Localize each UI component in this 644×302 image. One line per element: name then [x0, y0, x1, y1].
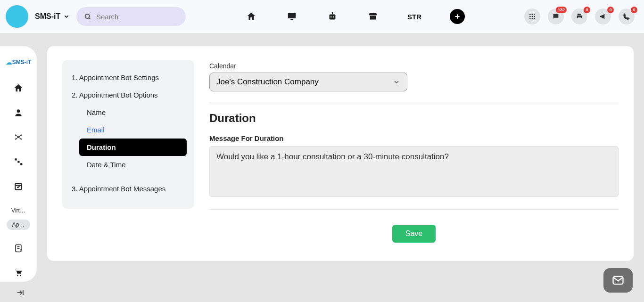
option-email[interactable]: Email [62, 121, 194, 139]
megaphone-icon [599, 13, 607, 20]
grid-icon [528, 13, 536, 20]
expand-sidebar-icon[interactable] [16, 288, 25, 299]
main-card: 1. Appointment Bot Settings 2. Appointme… [47, 46, 634, 261]
option-name[interactable]: Name [62, 104, 194, 121]
print-icon [576, 13, 583, 20]
svg-line-1 [89, 18, 91, 19]
svg-line-31 [16, 137, 18, 139]
mail-icon [611, 274, 625, 287]
svg-rect-33 [15, 158, 17, 160]
avatar[interactable] [6, 5, 28, 28]
svg-rect-35 [20, 163, 22, 165]
left-sidebar: ☁SMS-iT Virt… Ap… [0, 46, 37, 282]
robot-icon[interactable] [326, 10, 339, 23]
search-input[interactable] [96, 13, 178, 21]
chevron-down-icon [393, 78, 400, 86]
chat-button[interactable]: 132 [548, 8, 564, 24]
phone-button[interactable]: 0 [619, 8, 635, 24]
svg-point-13 [534, 14, 535, 15]
step-3-messages[interactable]: 3. Appointment Bot Messages [62, 180, 194, 197]
svg-rect-2 [288, 13, 296, 18]
settings-sidepanel: 1. Appointment Bot Settings 2. Appointme… [62, 60, 194, 209]
save-row: Save [209, 218, 619, 243]
svg-point-17 [529, 18, 531, 19]
nav-calendar-icon[interactable] [11, 179, 25, 193]
svg-point-12 [532, 14, 533, 15]
calendar-select[interactable]: Joe's Construction Company [209, 73, 407, 91]
home-icon[interactable] [245, 10, 257, 23]
logo: ☁SMS-iT [4, 54, 33, 71]
nav-tab-apps[interactable]: Ap… [7, 220, 30, 230]
svg-point-14 [529, 16, 531, 17]
nav-home-icon[interactable] [11, 81, 25, 95]
option-datetime[interactable]: Date & Time [62, 156, 194, 173]
calendar-value: Joe's Construction Company [216, 77, 319, 87]
content-area: Calendar Joe's Construction Company Dura… [209, 60, 619, 247]
nav-network-icon[interactable] [11, 130, 25, 144]
add-button[interactable] [450, 9, 465, 24]
support-chat-button[interactable] [603, 268, 633, 293]
svg-rect-20 [578, 14, 581, 15]
store-icon[interactable] [367, 10, 379, 23]
topbar-center: STR [192, 9, 518, 24]
nav-tab-virt[interactable]: Virt… [7, 205, 30, 216]
svg-rect-22 [578, 17, 581, 19]
svg-line-30 [18, 135, 21, 137]
search-box[interactable] [76, 7, 186, 26]
chat-icon [552, 13, 560, 20]
brand-name: SMS-iT [35, 12, 60, 21]
print-button[interactable]: 0 [571, 8, 587, 24]
svg-line-32 [18, 137, 21, 139]
calendar-label: Calendar [209, 62, 619, 70]
desktop-icon[interactable] [286, 10, 298, 23]
svg-point-8 [332, 12, 333, 13]
announce-button[interactable]: 0 [595, 8, 611, 24]
svg-point-0 [85, 14, 90, 18]
section-title: Duration [209, 112, 619, 125]
topbar: SMS-iT STR 132 0 [0, 0, 644, 33]
svg-rect-34 [17, 161, 19, 163]
svg-point-6 [333, 16, 334, 18]
search-icon [84, 12, 91, 21]
svg-rect-3 [290, 19, 293, 20]
announce-badge: 0 [607, 7, 614, 13]
svg-rect-4 [330, 14, 336, 19]
step-1-settings[interactable]: 1. Appointment Bot Settings [62, 69, 194, 86]
svg-point-23 [17, 109, 20, 113]
svg-point-19 [534, 18, 535, 19]
nav-notes-icon[interactable] [11, 241, 25, 255]
divider-2 [209, 209, 619, 210]
divider [209, 103, 619, 103]
message-textarea[interactable] [209, 146, 619, 197]
print-badge: 0 [584, 7, 590, 13]
nav-user-icon[interactable] [11, 106, 25, 120]
phone-badge: 0 [631, 7, 637, 13]
svg-point-18 [532, 18, 533, 19]
nav-cart-icon[interactable] [11, 266, 25, 280]
option-duration[interactable]: Duration [79, 139, 187, 156]
svg-rect-36 [15, 183, 21, 189]
str-button[interactable]: STR [407, 13, 421, 21]
topbar-right: 132 0 0 0 [524, 8, 635, 24]
step-2-options[interactable]: 2. Appointment Bot Options [62, 86, 194, 104]
brand-menu[interactable]: SMS-iT [35, 12, 70, 21]
chat-badge: 132 [556, 7, 567, 13]
svg-line-29 [16, 135, 18, 137]
message-label: Message For Duration [209, 134, 619, 142]
save-button[interactable]: Save [392, 225, 436, 243]
chevron-down-icon [63, 13, 70, 20]
svg-point-16 [534, 16, 535, 17]
svg-point-41 [17, 275, 18, 277]
svg-point-11 [529, 14, 531, 15]
nav-flow-icon[interactable] [11, 155, 25, 169]
svg-point-42 [20, 275, 21, 277]
apps-grid-button[interactable] [524, 8, 540, 24]
svg-point-5 [330, 16, 332, 18]
nav-labels: Virt… Ap… [0, 205, 37, 230]
svg-point-15 [532, 16, 533, 17]
phone-icon [623, 13, 630, 20]
